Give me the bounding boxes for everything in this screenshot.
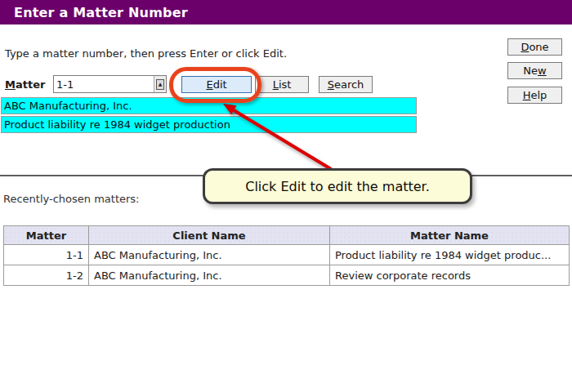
cell-client-name[interactable]: ABC Manufacturing, Inc. [89,245,330,265]
help-label-post: elp [530,89,547,101]
recent-matters-table: Matter Client Name Matter Name 1-1 ABC M… [3,225,570,286]
selected-matter-name-text: Product liability re 1984 widget product… [4,118,230,131]
window-title-bar: Enter a Matter Number [0,0,572,24]
matter-label-post: atter [16,78,45,91]
page-title: Enter a Matter Number [0,5,188,20]
instruction-text: Type a matter number, then press Enter o… [5,47,287,60]
callout-text: Click Edit to edit the matter. [245,179,430,194]
callout-bubble: Click Edit to edit the matter. [203,168,472,204]
matter-label-key: M [5,78,16,91]
matter-number-input[interactable] [54,76,154,92]
done-label-key: D [521,41,529,53]
new-label-key: w [538,65,547,77]
edit-label-key: E [206,78,212,91]
new-button[interactable]: New [507,62,562,79]
col-header-matter-name: Matter Name [330,226,570,245]
done-label-post: one [529,41,548,53]
list-button[interactable]: List [255,76,309,93]
matter-entry-window: Enter a Matter Number Type a matter numb… [0,0,572,392]
matter-label: Matter [5,78,45,91]
edit-label-post: dit [213,78,227,91]
matter-number-field[interactable]: ▲ [53,75,167,93]
col-header-client-name: Client Name [89,226,330,245]
search-label-key: S [328,78,334,91]
edit-button[interactable]: Edit [181,76,252,93]
new-label-pre: Ne [523,65,538,77]
recent-matters-label: Recently-chosen matters: [3,193,140,205]
cell-matter[interactable]: 1-1 [4,245,89,265]
col-header-matter: Matter [4,226,89,245]
search-button[interactable]: Search [319,76,373,93]
table-row[interactable]: 1-2 ABC Manufacturing, Inc. Review corpo… [4,265,570,286]
cell-client-name[interactable]: ABC Manufacturing, Inc. [89,265,330,286]
cell-matter-name[interactable]: Review corporate records [330,265,570,286]
done-button[interactable]: Done [507,38,562,56]
spin-up-icon[interactable]: ▲ [154,76,166,92]
cell-matter-name[interactable]: Product liability re 1984 widget produc.… [330,245,570,265]
table-row[interactable]: 1-1 ABC Manufacturing, Inc. Product liab… [4,245,570,265]
help-label-key: H [523,89,531,101]
list-label-post: ist [279,78,291,91]
selected-client-row: ABC Manufacturing, Inc. [1,97,417,114]
search-label-post: earch [334,78,364,91]
selected-matter-name-row: Product liability re 1984 widget product… [1,116,417,133]
table-header-row: Matter Client Name Matter Name [4,226,570,245]
selected-client-text: ABC Manufacturing, Inc. [4,100,132,112]
cell-matter[interactable]: 1-2 [4,265,89,286]
spin-up-glyph: ▲ [156,79,164,90]
list-label-key: L [273,78,279,91]
help-button[interactable]: Help [507,87,562,104]
